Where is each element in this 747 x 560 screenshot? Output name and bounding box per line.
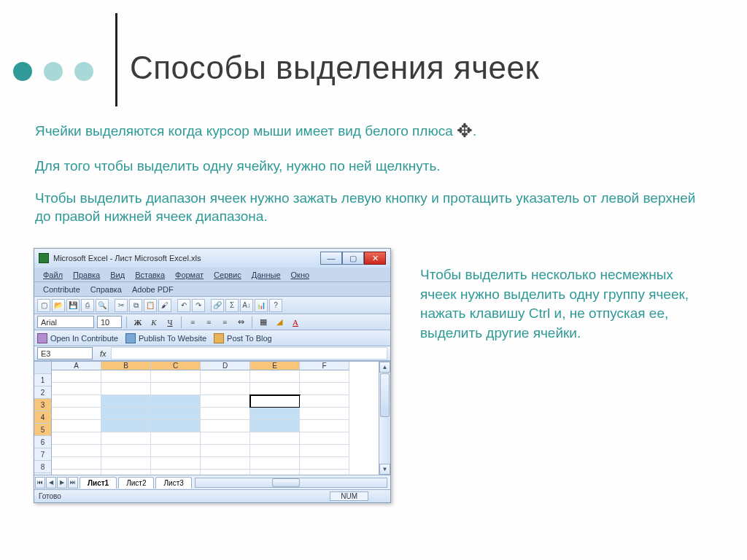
excel-app-icon	[39, 253, 49, 263]
tab-first-icon[interactable]: ⏮	[35, 477, 45, 489]
menu-view[interactable]: Вид	[106, 269, 129, 281]
menu-edit[interactable]: Правка	[69, 269, 104, 281]
col-header[interactable]: F	[300, 362, 349, 370]
font-combo[interactable]: Arial	[37, 316, 94, 328]
menu-data[interactable]: Данные	[247, 269, 285, 281]
menu-bar: Файл Правка Вид Вставка Формат Сервис Да…	[34, 268, 390, 282]
col-header[interactable]: C	[151, 362, 201, 370]
vertical-scrollbar[interactable]: ▲ ▼	[379, 362, 390, 475]
col-header[interactable]: B	[101, 362, 151, 370]
format-painter-icon[interactable]: 🖌	[158, 299, 171, 312]
menu-contribute[interactable]: Contribute	[39, 284, 85, 295]
col-header[interactable]: E	[250, 362, 300, 370]
col-header[interactable]: A	[52, 362, 101, 370]
scroll-down-icon[interactable]: ▼	[379, 464, 390, 475]
publish-to-website-button[interactable]: Publish To Website	[125, 333, 206, 343]
col-header[interactable]: D	[201, 362, 250, 370]
italic-button[interactable]: К	[147, 316, 160, 328]
body-text: Ячейки выделяются когда курсор мыши имее…	[35, 118, 703, 239]
underline-button[interactable]: Ч	[163, 316, 177, 328]
row-header[interactable]: 1	[34, 374, 51, 386]
excel-screenshot: Microsoft Excel - Лист Microsoft Excel.x…	[34, 248, 391, 503]
post-to-blog-button[interactable]: Post To Blog	[214, 333, 272, 343]
open-in-contribute-button[interactable]: Open In Contribute	[37, 333, 118, 343]
horizontal-scrollbar[interactable]	[195, 478, 387, 488]
paragraph-2: Для того чтобы выделить одну ячейку, нуж…	[35, 157, 703, 176]
menu-adobepdf[interactable]: Adobe PDF	[128, 284, 178, 295]
copy-icon[interactable]: ⧉	[129, 299, 142, 312]
maximize-button[interactable]: ▢	[342, 252, 364, 265]
formula-input[interactable]	[111, 347, 387, 359]
dot-icon	[13, 62, 32, 81]
excel-window: Microsoft Excel - Лист Microsoft Excel.x…	[34, 248, 391, 503]
para1-text: Ячейки выделяются когда курсор мыши имее…	[35, 123, 457, 139]
menu-bar-2: Contribute Справка Adobe PDF	[34, 282, 390, 297]
spreadsheet-grid[interactable]: 1 2 3 4 5 6 7 8 9 10 A B	[34, 361, 390, 475]
preview-icon[interactable]: 🔍	[96, 299, 109, 312]
window-titlebar: Microsoft Excel - Лист Microsoft Excel.x…	[34, 249, 390, 268]
menu-insert[interactable]: Вставка	[131, 269, 169, 281]
dot-icon	[44, 62, 63, 81]
page-title: Способы выделения ячеек	[130, 50, 539, 86]
menu-tools[interactable]: Сервис	[209, 269, 246, 281]
fx-icon[interactable]: fx	[96, 349, 111, 358]
para1-suffix: .	[473, 123, 476, 139]
undo-icon[interactable]: ↶	[177, 299, 190, 312]
open-icon[interactable]: 📂	[52, 299, 65, 312]
help-icon[interactable]: ?	[269, 299, 282, 312]
row-header[interactable]: 5	[34, 424, 51, 436]
menu-window[interactable]: Окно	[287, 269, 314, 281]
scroll-thumb[interactable]	[380, 373, 390, 417]
align-left-icon[interactable]: ≡	[186, 316, 199, 328]
sheet-tab[interactable]: Лист3	[155, 477, 191, 489]
minimize-button[interactable]: —	[320, 252, 342, 265]
close-button[interactable]: ✕	[364, 252, 386, 265]
active-cell[interactable]	[250, 395, 300, 408]
merge-center-icon[interactable]: ⇔	[234, 316, 247, 328]
window-title: Microsoft Excel - Лист Microsoft Excel.x…	[53, 254, 201, 262]
redo-icon[interactable]: ↷	[192, 299, 205, 312]
fill-color-icon[interactable]: ◢	[273, 316, 286, 328]
tab-prev-icon[interactable]: ◀	[46, 477, 56, 489]
align-center-icon[interactable]: ≡	[202, 316, 215, 328]
scroll-thumb[interactable]	[272, 478, 300, 487]
row-header[interactable]: 7	[34, 448, 51, 461]
hyperlink-icon[interactable]: 🔗	[211, 299, 224, 312]
row-header[interactable]: 3	[34, 399, 51, 411]
print-icon[interactable]: ⎙	[81, 299, 94, 312]
row-header[interactable]: 6	[34, 436, 51, 448]
contribute-toolbar: Open In Contribute Publish To Website Po…	[34, 330, 390, 346]
select-all-corner[interactable]	[34, 362, 51, 374]
row-header[interactable]: 2	[34, 386, 51, 399]
align-right-icon[interactable]: ≡	[218, 316, 231, 328]
save-icon[interactable]: 💾	[66, 299, 80, 312]
name-box[interactable]: E3	[37, 347, 93, 359]
status-bar: Готово NUM	[34, 489, 390, 502]
row-header[interactable]: 8	[34, 461, 51, 473]
tab-next-icon[interactable]: ▶	[57, 477, 67, 489]
menu-help[interactable]: Справка	[86, 284, 126, 295]
row-header[interactable]: 4	[34, 411, 51, 424]
sheet-tab[interactable]: Лист1	[80, 477, 117, 489]
dot-icon	[74, 62, 93, 81]
tab-last-icon[interactable]: ⏭	[68, 477, 78, 489]
font-size-combo[interactable]: 10	[97, 316, 122, 328]
paragraph-3: Чтобы выделить диапазон ячеек нужно зажа…	[35, 189, 703, 226]
chart-icon[interactable]: 📊	[255, 299, 268, 312]
borders-icon[interactable]: ▦	[257, 316, 270, 328]
new-icon[interactable]: ▢	[37, 299, 50, 312]
scroll-up-icon[interactable]: ▲	[379, 362, 390, 373]
autosum-icon[interactable]: Σ	[225, 299, 239, 312]
menu-file[interactable]: Файл	[39, 269, 67, 281]
bold-button[interactable]: Ж	[131, 316, 144, 328]
menu-format[interactable]: Формат	[171, 269, 208, 281]
cut-icon[interactable]: ✂	[115, 299, 128, 312]
blog-icon	[214, 333, 224, 343]
sort-asc-icon[interactable]: A↓	[240, 299, 253, 312]
font-color-icon[interactable]: A	[289, 316, 302, 328]
contribute-icon	[37, 333, 47, 343]
publish-icon	[125, 333, 136, 343]
sheet-tab[interactable]: Лист2	[118, 477, 154, 489]
paste-icon[interactable]: 📋	[144, 299, 157, 312]
formatting-toolbar: Arial 10 Ж К Ч ≡ ≡ ≡ ⇔ ▦ ◢ A	[34, 314, 390, 330]
